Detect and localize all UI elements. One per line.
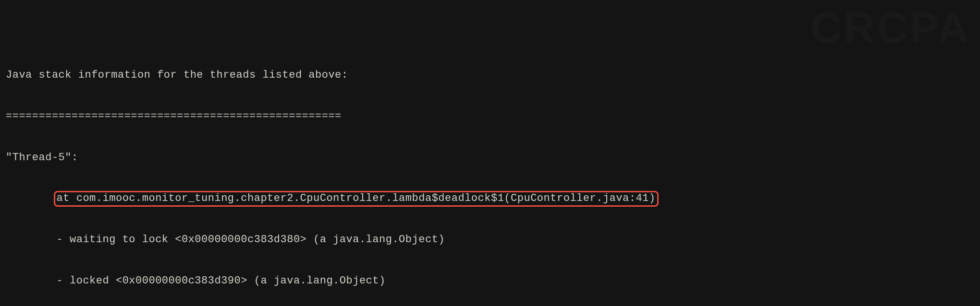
thread-5-waiting: - waiting to lock <0x00000000c383d380> (… bbox=[6, 233, 974, 247]
terminal-output: CRCPA CRCPA Java stack information for t… bbox=[0, 0, 980, 306]
stack-header: Java stack information for the threads l… bbox=[6, 69, 974, 82]
separator: ========================================… bbox=[6, 110, 974, 124]
thread-5-name: "Thread-5": bbox=[6, 151, 974, 165]
thread-5-locked: - locked <0x00000000c383d390> (a java.la… bbox=[6, 274, 974, 288]
watermark: CRCPA bbox=[810, 0, 970, 56]
thread-5-frame-1: at com.imooc.monitor_tuning.chapter2.Cpu… bbox=[6, 192, 974, 206]
